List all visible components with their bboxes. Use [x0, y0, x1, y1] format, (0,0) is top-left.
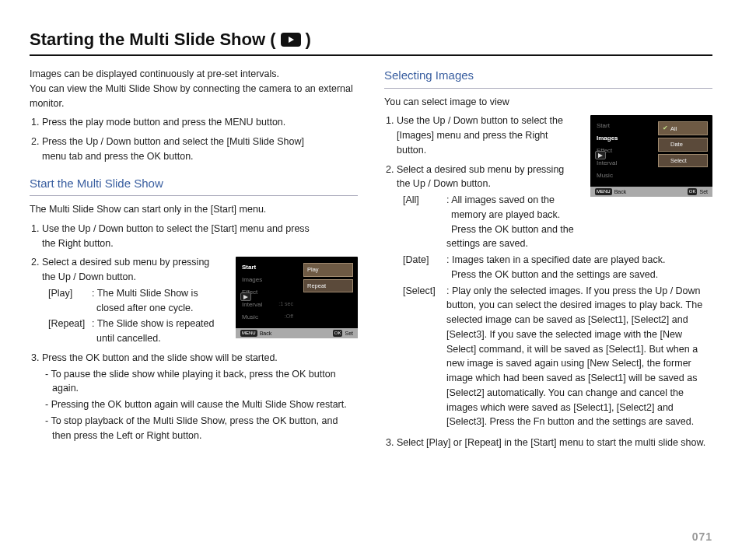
opt-repeat-text: : The Slide show is repeated until cance… — [92, 317, 228, 346]
page-number: 071 — [692, 530, 712, 543]
sub2-step2: 2. Select a desired sub menu by pressing… — [386, 163, 712, 430]
intro-step-1: 1. Press the play mode button and press … — [31, 115, 358, 130]
lcd1-menu-start: Start — [240, 261, 295, 274]
intro-line-1: Images can be displayed continuously at … — [30, 67, 358, 82]
lcd1-set: OKSet — [333, 330, 353, 338]
intro-line-2: You can view the Multi Slide Show by con… — [30, 82, 358, 111]
opt-repeat-label: [Repeat] — [48, 317, 92, 346]
lcd2-back: MENUBack — [595, 188, 626, 197]
lcd2-option-all: ✔All — [658, 121, 708, 135]
check-icon: ✔ — [662, 124, 669, 133]
sub1-step1: 1. Use the Up / Down button to select th… — [31, 222, 358, 251]
left-column: Images can be displayed continuously at … — [30, 67, 358, 455]
lcd2-set: OKSet — [688, 188, 708, 197]
lcd2-menu-start: Start — [595, 120, 649, 132]
lcd2-option-select: Select — [658, 154, 708, 167]
lcd-screenshot-start: Start Images Effect Interval:1 sec Music… — [236, 257, 358, 338]
subheading-selecting-rule — [384, 88, 712, 89]
subheading-start-rule — [30, 195, 358, 196]
sub1-bullet1: To pause the slide show while playing it… — [45, 367, 358, 397]
lcd2-option-date: Date — [658, 138, 708, 151]
sub1-intro: The Multi Slide Show can start only in t… — [30, 202, 358, 217]
lcd-screenshot-images: Start Images Effect Interval Music ✔All … — [590, 115, 712, 197]
sub1-bullet3: To stop playback of the Multi Slide Show… — [45, 414, 358, 443]
subheading-start: Start the Multi Slide Show — [30, 175, 358, 193]
opt-play-label: [Play] — [48, 286, 92, 316]
lcd2-menu-images: Images — [595, 132, 649, 145]
sub2-step3: 3. Select [Play] or [Repeat] in the [Sta… — [386, 436, 712, 450]
opt-select-label: [Select] — [403, 284, 446, 430]
opt-date-label: [Date] — [403, 253, 446, 282]
right-column: Selecting Images You can select image to… — [384, 67, 712, 455]
opt-all-text: : All images saved on the memory are pla… — [446, 193, 583, 251]
title-text-right: ) — [306, 30, 311, 50]
subheading-selecting: Selecting Images — [384, 67, 712, 85]
play-mode-icon — [595, 151, 606, 159]
opt-all-label: [All] — [403, 193, 446, 251]
lcd2-menu-music: Music — [595, 170, 649, 182]
sub2-step1: Start Images Effect Interval Music ✔All … — [386, 114, 712, 157]
play-mode-icon — [240, 292, 251, 301]
opt-date-text: : Images taken in a specified date are p… — [446, 253, 712, 282]
title-rule — [30, 54, 712, 56]
lcd1-option-repeat: Repeat — [303, 279, 353, 292]
opt-select-text: : Play only the selected images. If you … — [446, 284, 712, 430]
opt-play-text: : The Multi Slide Show is closed after o… — [92, 286, 228, 316]
sub1-step3: 3. Press the OK button and the slide sho… — [31, 351, 358, 443]
slideshow-icon — [281, 33, 301, 47]
intro-step-2: 2. Press the Up / Down button and select… — [31, 135, 358, 164]
title-text-left: Starting the Multi Slide Show ( — [30, 30, 276, 50]
sub2-intro: You can select image to view — [384, 95, 712, 110]
svg-marker-2 — [243, 295, 248, 299]
lcd1-option-play: Play — [303, 263, 353, 276]
lcd1-menu-images: Images — [240, 274, 295, 286]
svg-marker-3 — [598, 153, 603, 158]
page-title: Starting the Multi Slide Show ( ) — [30, 30, 712, 50]
lcd1-back: MENUBack — [240, 330, 271, 338]
sub1-step2: Start Images Effect Interval:1 sec Music… — [31, 255, 358, 346]
sub1-bullet2: Pressing the OK button again will cause … — [45, 397, 358, 412]
lcd1-menu-music: Music:Off — [240, 311, 295, 324]
